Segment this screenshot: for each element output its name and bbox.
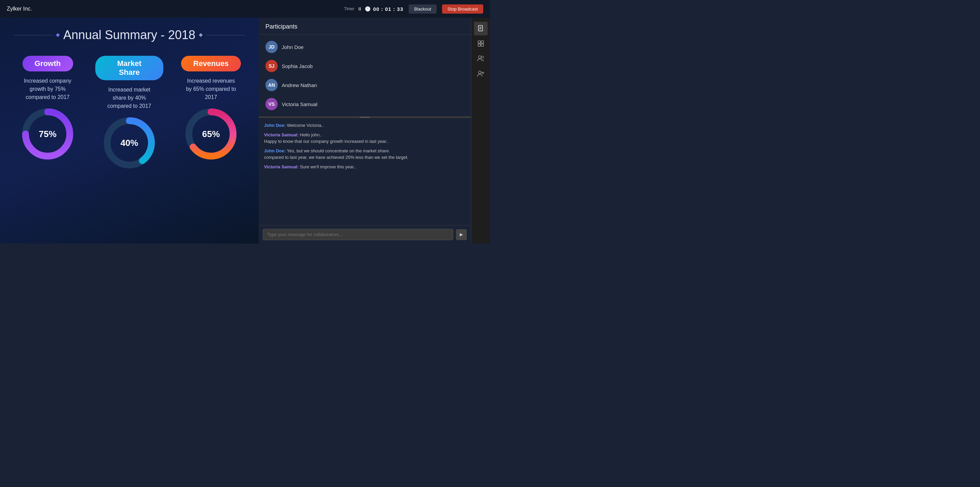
- chat-send-button[interactable]: ►: [456, 229, 467, 240]
- chat-message-4: Victoria Samual: Sure we'll improve this…: [264, 163, 466, 170]
- market-share-card: Market Share Increased marketshare by 40…: [95, 56, 163, 170]
- add-participant-icon: [477, 70, 485, 77]
- participants-header: Participants: [259, 18, 471, 35]
- avatar-victoria-samual: VS: [266, 98, 278, 110]
- header: Zylker Inc. Timer ⏸ 🕐 00 : 01 : 33 Black…: [0, 0, 490, 18]
- participant-item-andrew-nathan[interactable]: AN Andrew Nathan: [259, 76, 471, 95]
- chat-sender-victoria-2: Victoria Samual:: [264, 164, 299, 169]
- growth-percent-label: 75%: [39, 129, 56, 140]
- title-line-left: [14, 35, 52, 35]
- avatar-john-doe: JD: [266, 41, 278, 53]
- document-icon: [477, 25, 484, 32]
- clock-icon[interactable]: 🕐: [365, 6, 371, 11]
- growth-chart: 75%: [21, 107, 75, 161]
- growth-description: Increased companygrowth by 75%compared t…: [24, 77, 72, 102]
- grid-icon-button[interactable]: [474, 37, 488, 50]
- stop-broadcast-button[interactable]: Stop Broadcast: [442, 5, 483, 14]
- chat-divider-bar: [360, 117, 370, 118]
- chat-sender-john-1: John Doe:: [264, 123, 286, 128]
- svg-rect-4: [478, 41, 480, 43]
- timer-value: 00 : 01 : 33: [373, 6, 404, 12]
- document-icon-button[interactable]: [474, 22, 488, 35]
- cards-row: Growth Increased companygrowth by 75%com…: [14, 56, 245, 170]
- sidebar-icons: [471, 18, 490, 243]
- diamond-left-icon: [56, 33, 60, 37]
- chat-message-3: John Doe: Yes, but we should concentrate…: [264, 148, 466, 161]
- market-percent-label: 40%: [121, 138, 138, 148]
- revenues-percent-label: 65%: [202, 129, 220, 140]
- participants-icon-button[interactable]: [474, 52, 488, 65]
- timer-label: Timer: [344, 6, 354, 11]
- participant-name-sophia-jacob: Sophia Jacob: [282, 63, 313, 69]
- participant-name-andrew-nathan: Andrew Nathan: [282, 82, 317, 88]
- participants-list: JD John Doe SJ Sophia Jacob AN Andrew Na…: [259, 35, 471, 117]
- participant-name-john-doe: John Doe: [282, 44, 304, 50]
- revenues-chart: 65%: [184, 107, 238, 161]
- svg-point-8: [479, 56, 481, 59]
- blackout-button[interactable]: Blackout: [409, 5, 437, 14]
- participants-list-icon: [477, 55, 485, 62]
- add-participant-icon-button[interactable]: [474, 67, 488, 80]
- logo: Zylker Inc.: [7, 6, 339, 12]
- chat-message-1: John Doe: Welcome Victoria..: [264, 122, 466, 129]
- slide-title-row: Annual Summary - 2018: [14, 28, 245, 42]
- main-area: Annual Summary - 2018 Growth Increased c…: [0, 18, 490, 243]
- chat-message-2: Victoria Samual: Hello john..Happy to kn…: [264, 132, 466, 145]
- grid-icon: [477, 40, 484, 47]
- presentation-area: Annual Summary - 2018 Growth Increased c…: [0, 18, 259, 243]
- participant-item-sophia-jacob[interactable]: SJ Sophia Jacob: [259, 56, 471, 76]
- pause-icon[interactable]: ⏸: [357, 6, 362, 11]
- avatar-andrew-nathan: AN: [266, 79, 278, 91]
- chat-input-row: ►: [259, 225, 471, 243]
- avatar-sophia-jacob: SJ: [266, 60, 278, 72]
- svg-rect-6: [478, 44, 480, 46]
- market-chart: 40%: [102, 116, 156, 170]
- revenues-card: Revenues Increased revenuesby 65% compar…: [177, 56, 245, 170]
- svg-rect-5: [481, 41, 484, 43]
- market-badge: Market Share: [95, 56, 163, 80]
- chat-text-4: Sure we'll improve this year..: [300, 164, 356, 169]
- chat-sender-john-2: John Doe:: [264, 148, 286, 153]
- timer-section: Timer ⏸ 🕐 00 : 01 : 33: [344, 6, 403, 12]
- growth-badge: Growth: [22, 56, 73, 71]
- participant-item-victoria-samual[interactable]: VS Victoria Samual: [259, 95, 471, 114]
- participant-item-john-doe[interactable]: JD John Doe: [259, 37, 471, 56]
- growth-card: Growth Increased companygrowth by 75%com…: [14, 56, 82, 170]
- participants-title: Participants: [266, 23, 298, 30]
- participants-panel: Participants JD John Doe SJ Sophia Jacob…: [259, 18, 471, 243]
- chat-messages: John Doe: Welcome Victoria.. Victoria Sa…: [259, 118, 471, 225]
- svg-point-9: [482, 56, 484, 58]
- svg-rect-7: [481, 44, 484, 46]
- revenues-badge: Revenues: [181, 56, 241, 71]
- chat-section: John Doe: Welcome Victoria.. Victoria Sa…: [259, 117, 471, 243]
- chat-input[interactable]: [263, 229, 453, 240]
- chat-text-1: Welcome Victoria..: [287, 123, 324, 128]
- right-panel: Participants JD John Doe SJ Sophia Jacob…: [259, 18, 490, 243]
- revenues-description: Increased revenuesby 65% compared to2017: [186, 77, 236, 102]
- title-line-right: [206, 35, 245, 35]
- diamond-right-icon: [199, 33, 202, 37]
- participant-name-victoria-samual: Victoria Samual: [282, 102, 318, 107]
- svg-point-10: [479, 71, 481, 74]
- chat-sender-victoria-1: Victoria Samual:: [264, 132, 299, 137]
- market-description: Increased marketshare by 40%compared to …: [108, 86, 151, 110]
- chat-text-3: Yes, but we should concentrate on the ma…: [264, 148, 408, 160]
- slide-title: Annual Summary - 2018: [63, 28, 195, 42]
